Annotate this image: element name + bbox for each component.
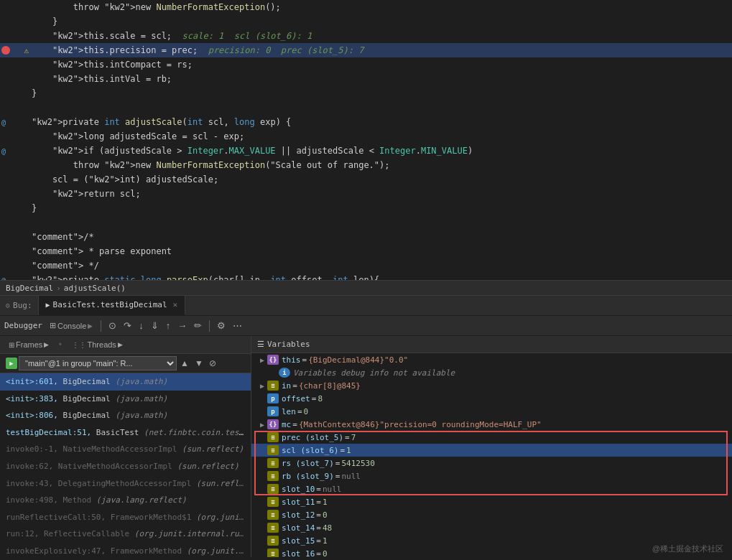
expand-arrow[interactable]: ▶ [257,382,267,390]
var-item[interactable]: iVariables debug info not available [251,366,732,379]
var-equals: = [302,355,307,365]
var-item[interactable]: ≡slot_12 = 0 [251,508,732,521]
at-marker: @ [1,118,6,126]
expand-arrow[interactable]: ▶ [257,421,267,429]
var-item[interactable]: ≡rb (slot_9) = null [251,470,732,482]
thread-selector-dropdown[interactable]: "main"@1 in group "main": R... [19,356,177,370]
var-name: rb (slot_9) [282,472,334,481]
tab-debug-text: Bug: [13,301,32,310]
thread-selector-row: ▶ "main"@1 in group "main": R... ▲ ▼ ⊘ [0,354,251,373]
frame-item[interactable]: <init>:806, BigDecimal (java.math) [0,407,251,424]
var-name: scl (slot_6) [282,446,338,455]
settings-button[interactable]: ⚙ [215,319,228,332]
threads-arrow: ▶ [118,341,123,348]
variables-label: Variables [267,340,310,349]
var-item[interactable]: ≡slot_10 = null [251,482,732,495]
var-name: this [282,355,301,365]
evaluate-button[interactable]: ✏ [192,319,204,332]
tab-basic-test[interactable]: ▶ BasicTest.testBigDecimal ✕ [39,296,186,315]
frame-item[interactable]: run:12, ReflectiveCallable (org.junit.in… [0,526,251,543]
step-into-button[interactable]: ↓ [136,319,146,332]
var-name: slot_14 [282,523,315,533]
var-equals: = [335,472,340,481]
var-name: slot_10 [282,485,315,494]
console-button[interactable]: ⊞ Console ▶ [47,319,96,332]
debugger-content: ⊞ Frames ▶ • ⋮⋮ Threads ▶ ▶ "main"@1 in … [0,336,732,557]
bug-icon: ⚙ [6,302,10,309]
thread-nav-up[interactable]: ▲ [178,358,191,369]
code-line-5: "kw2">this.intVal = rb; [29,74,732,84]
var-equals: = [292,381,297,391]
tab-close-icon[interactable]: ✕ [173,300,178,309]
frame-item[interactable]: testBigDecimal:51, BasicTest (net.finbtc… [0,424,251,442]
more-button[interactable]: ⋯ [231,319,244,332]
tab-debug-label: ⚙ Bug: [0,296,39,315]
debugger-toolbar: Debugger ⊞ Console ▶ ⊙ ↷ ↓ ⇓ ↑ → ✏ ⚙ ⋯ [0,316,732,336]
frame-item[interactable]: invokeExplosively:47, FrameworkMethod (o… [0,543,251,557]
info-type-icon: i [279,368,290,378]
var-equals: = [312,394,317,403]
step-out-button[interactable]: ↑ [164,319,173,332]
run-to-cursor-button[interactable]: → [175,319,189,332]
frames-button[interactable]: ⊞ Frames ▶ [6,339,52,350]
code-line-1: } [29,17,732,27]
field-type-icon: ≡ [267,381,279,391]
var-name: slot_16 [282,549,315,558]
threads-icon: ⋮⋮ [72,341,86,349]
step-over-button[interactable]: ↷ [121,319,134,332]
var-item[interactable]: ≡slot_14 = 48 [251,521,732,534]
frame-item[interactable]: runReflectiveCall:50, FrameworkMethod$1 … [0,509,251,526]
code-line-2: "kw2">this.scale = scl; scale: 1 scl (sl… [29,31,732,41]
var-item[interactable]: poffset = 8 [251,392,732,405]
var-equals: = [316,510,321,520]
frames-separator: • [57,340,62,350]
var-item[interactable]: ≡rs (slot_7) = 5412530 [251,457,732,470]
var-value: 0 [323,549,328,558]
threads-button[interactable]: ⋮⋮ Threads ▶ [69,339,126,350]
code-line-0: throw "kw2">new NumberFormatException(); [29,2,732,12]
field-type-icon: ≡ [267,549,279,557]
console-arrow: ▶ [88,322,93,330]
frame-item[interactable]: <init>:383, BigDecimal (java.math) [0,391,251,408]
var-equals: = [340,446,345,455]
var-value: 8 [318,394,323,403]
var-suffix: "precision=0 roundingMode=HALF_UP" [379,420,541,429]
var-item[interactable]: ≡prec (slot_5) = 7 [251,431,732,444]
expand-arrow[interactable]: ▶ [257,356,267,364]
var-name: in [282,381,291,391]
breakpoint-marker[interactable] [1,46,10,55]
breadcrumb: BigDecimal › adjustScale() [0,280,732,296]
var-item[interactable]: ≡slot_11 = 1 [251,495,732,508]
frame-item[interactable]: invoke0:-1, NativeMethodAccessorImpl (su… [0,441,251,458]
var-name: offset [282,394,310,403]
code-line-13: "kw2">return scl; [29,189,732,199]
var-equals: = [316,536,321,546]
var-item[interactable]: plen = 0 [251,405,732,418]
var-name: rs (slot_7) [282,459,334,468]
tab-label: BasicTest.testBigDecimal [53,300,167,309]
var-item[interactable]: ▶{}mc = {MathContext@846} "precision=0 r… [251,418,732,431]
force-step-into-button[interactable]: ⇓ [149,319,161,332]
variables-tree: ▶{}this = {BigDecimal@844} "0.0"iVariabl… [251,353,732,557]
var-equals: = [292,420,297,429]
var-item[interactable]: ▶{}this = {BigDecimal@844} "0.0" [251,353,732,366]
debugger-label: Debugger [4,321,42,330]
thread-filter[interactable]: ⊘ [207,358,218,369]
frame-item[interactable]: invoke:62, NativeMethodAccessorImpl (sun… [0,458,251,475]
frame-item[interactable]: invoke:43, DelegatingMethodAccessorImpl … [0,475,251,493]
var-value: 48 [323,523,332,533]
code-editor: throw "kw2">new NumberFormatException();… [0,0,732,280]
code-line-15 [29,218,732,228]
code-line-16: "comment">/* [29,232,732,242]
frame-item[interactable]: invoke:498, Method (java.lang.reflect) [0,492,251,509]
variables-icon: ☰ [257,340,264,349]
show-execution-point-button[interactable]: ⊙ [106,319,119,332]
frame-item[interactable]: <init>:601, BigDecimal (java.math) [0,373,251,391]
thread-nav-down[interactable]: ▼ [193,358,205,369]
var-item[interactable]: ≡scl (slot_6) = 1 [251,444,732,457]
var-item[interactable]: ▶≡in = {char[8]@845} [251,379,732,392]
var-name: mc [282,420,291,429]
var-value: 1 [323,536,328,546]
watermark: @稀土掘金技术社区 [652,543,723,554]
var-equals: = [335,459,340,468]
